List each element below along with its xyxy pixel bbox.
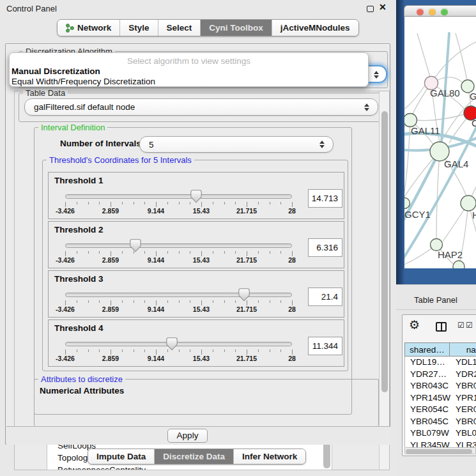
table-rows[interactable]: YDL19…YDL1YDR27…YDR2YBR043CYBR0YPR145WYP… [404,357,476,447]
tick-mark [280,300,281,303]
column-header-shared-name[interactable]: shared… [404,342,450,357]
control-panel-tabs: NetworkStyleSelectCyni ToolboxjActiveMNo… [57,19,359,36]
tab-select[interactable]: Select [158,20,201,36]
node-label[interactable]: GAL4 [444,158,468,169]
tick-mark [292,202,293,207]
cyni-mode-tabs: Impute DataDiscretize DataInfer Network [88,449,306,464]
apply-button[interactable]: Apply [167,429,208,443]
cell-name: YBL0 [454,427,476,440]
threshold-value-field[interactable]: 14.713 [308,189,342,208]
close-icon[interactable]: ✕ [379,2,387,12]
tick-mark [167,300,168,303]
horizontal-scrollbar-thumb[interactable] [406,449,472,454]
tick-mark [235,300,236,303]
algorithm-option-manual[interactable]: Manual Discretization [12,66,100,76]
tab-style[interactable]: Style [120,20,158,36]
slider-thumb[interactable] [190,190,202,203]
tick-label: 9.144 [148,207,164,215]
network-canvas[interactable]: GAL80GACGAL11GAL4GCY1HHAP2 [404,17,476,268]
tick-mark [280,202,281,204]
tick-mark [99,202,100,204]
vertical-scrollbar-thumb[interactable] [381,111,388,392]
table-row[interactable]: YBR043CYBR0 [405,380,476,392]
tick-mark [224,202,225,204]
node-label[interactable]: GCY1 [404,209,431,220]
slider-track[interactable] [65,342,292,346]
attributes-scrollbar-thumb[interactable] [323,441,330,468]
slider-thumb[interactable] [130,239,141,252]
num-intervals-combobox[interactable]: 5 [139,136,334,153]
table-row[interactable]: YER054CYER0 [405,404,476,416]
select-all-checkbox-icon[interactable]: ☑ [457,321,464,330]
threshold-value-field[interactable]: 21.4 [308,288,342,306]
tick-mark [213,251,213,254]
node-label[interactable]: GAL11 [411,125,440,136]
tick-mark [99,300,100,303]
node-h[interactable] [461,196,476,211]
tab-network[interactable]: Network [58,20,120,36]
threshold-value-field[interactable]: 6.316 [308,238,342,257]
close-traffic-light[interactable] [417,8,424,15]
tab-jactivemnodules[interactable]: jActiveMNodules [272,20,358,36]
cell-name: YLR3 [454,440,476,448]
control-panel-title: Control Panel [6,4,57,13]
tick-mark [111,251,111,256]
algorithm-hint-option[interactable]: Select algorithm to view settings [10,56,368,66]
edge [417,33,430,77]
node-label[interactable]: GAL80 [430,88,460,98]
tick-mark [258,300,259,303]
threshold-value-field[interactable]: 11.344 [308,337,342,355]
tick-label: 2.859 [102,256,119,264]
slider-track[interactable] [65,293,292,297]
slider-track[interactable] [65,243,292,248]
minimize-traffic-light[interactable] [429,8,436,15]
slider-track[interactable] [65,194,292,199]
network-window-titlebar[interactable] [404,5,476,17]
table-row[interactable]: YDL19…YDL1 [405,357,476,369]
slider-thumb[interactable] [238,288,250,302]
node-unlabeled[interactable] [453,261,464,268]
tick-mark [235,202,236,204]
tick-mark [292,349,293,355]
app-window: Control Panel ✕ NetworkStyleSelectCyni T… [0,0,476,476]
table-row[interactable]: YLR345WYLR3 [405,440,476,448]
interval-definition-group: Interval Definition Number of Intervals … [34,127,352,415]
tick-label: 21.715 [236,207,257,215]
table-row[interactable]: YDR27…YDR2 [405,369,476,381]
tick-label: -3.426 [56,355,75,362]
cell-shared-name: YDR27… [405,369,454,381]
algorithm-option-equal-width[interactable]: Equal Width/Frequency Discretization [12,77,155,86]
tab-infer-network[interactable]: Infer Network [234,449,305,464]
table-row[interactable]: YBR045CYBR0 [405,416,476,428]
node-label[interactable]: HAP2 [438,249,463,260]
node-label[interactable]: GA [470,91,476,102]
table-data-combobox[interactable]: galFiltered.sif default node [24,98,378,116]
column-header-name[interactable]: na [450,342,476,357]
table-settings-gear-icon[interactable]: ⚙ [409,318,420,332]
attribute-item-betweennesscentrality[interactable]: BetweennessCentrality [47,464,332,470]
tick-mark [292,251,293,256]
table-row[interactable]: YBL079WYBL0 [405,427,476,440]
tick-label: 21.715 [236,256,257,264]
tab-cyni-toolbox[interactable]: Cyni Toolbox [201,20,272,36]
apply-bar: Apply [6,426,390,445]
tick-mark [156,300,157,305]
threshold-label: Threshold 1 [54,176,104,185]
table-row[interactable]: YPR145WYPR1 [405,392,476,404]
tab-discretize-data[interactable]: Discretize Data [155,449,234,464]
tab-impute-data[interactable]: Impute Data [88,449,155,464]
threshold-panel-1: Threshold 1-3.4262.8599.14415.4321.71528… [48,172,344,219]
zoom-traffic-light[interactable] [441,8,448,15]
tick-mark [292,300,293,305]
tick-mark [88,300,89,303]
slider-thumb[interactable] [166,337,178,351]
tab-jactivemnodules-label: jActiveMNodules [280,23,350,33]
tick-label: -3.426 [56,207,75,215]
select-all-checkbox-icon[interactable]: ☑ [466,321,473,330]
float-panel-icon[interactable] [367,6,374,12]
node-label[interactable]: H [472,210,476,220]
node-label[interactable]: C [472,118,476,128]
panel-vertical-scrollbar[interactable] [379,91,389,470]
table-horizontal-scrollbar[interactable] [404,447,476,454]
show-columns-icon[interactable] [436,322,447,332]
